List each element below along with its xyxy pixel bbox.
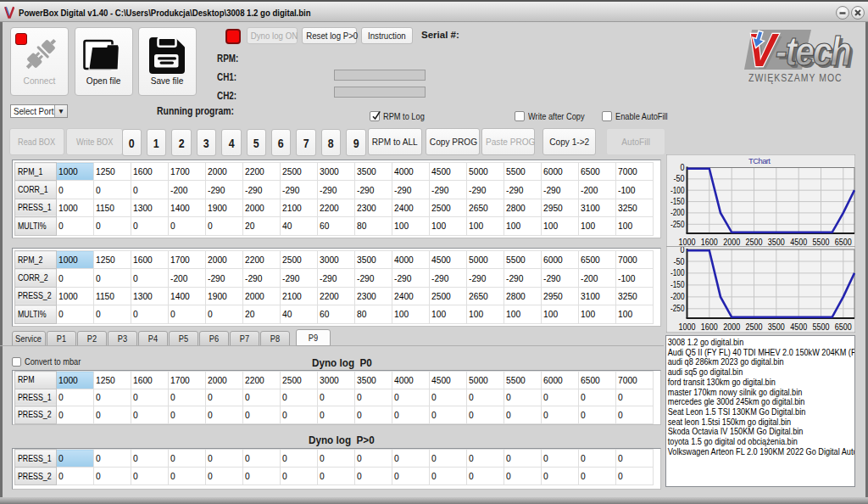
svg-text:1000: 1000 xyxy=(679,237,696,247)
svg-text:1600: 1600 xyxy=(701,322,718,332)
svg-text:2000: 2000 xyxy=(723,237,740,247)
svg-text:-100: -100 xyxy=(670,185,685,195)
svg-text:4500: 4500 xyxy=(790,237,807,247)
svg-text:-150: -150 xyxy=(670,279,685,289)
svg-text:2500: 2500 xyxy=(746,237,763,247)
svg-text:-250: -250 xyxy=(670,219,685,229)
svg-text:5500: 5500 xyxy=(813,237,830,247)
svg-text:6500: 6500 xyxy=(835,237,852,247)
svg-text:-100: -100 xyxy=(670,267,685,277)
svg-text:-tech: -tech xyxy=(776,28,851,75)
svg-text:V: V xyxy=(748,25,779,76)
svg-text:-200: -200 xyxy=(670,291,685,301)
svg-text:-50: -50 xyxy=(674,256,685,266)
svg-text:0: 0 xyxy=(681,162,685,172)
svg-text:3500: 3500 xyxy=(768,322,785,332)
svg-text:6500: 6500 xyxy=(835,322,852,332)
svg-text:TChart: TChart xyxy=(748,156,771,165)
svg-text:5500: 5500 xyxy=(813,322,830,332)
svg-text:-50: -50 xyxy=(674,173,685,183)
svg-text:2000: 2000 xyxy=(723,322,740,332)
svg-text:-200: -200 xyxy=(670,207,685,217)
svg-text:-150: -150 xyxy=(670,196,685,206)
svg-text:3500: 3500 xyxy=(768,237,785,247)
svg-text:-250: -250 xyxy=(670,303,685,313)
svg-text:2500: 2500 xyxy=(746,322,763,332)
svg-text:1600: 1600 xyxy=(701,237,718,247)
svg-text:1000: 1000 xyxy=(679,322,696,332)
svg-text:4500: 4500 xyxy=(790,322,807,332)
